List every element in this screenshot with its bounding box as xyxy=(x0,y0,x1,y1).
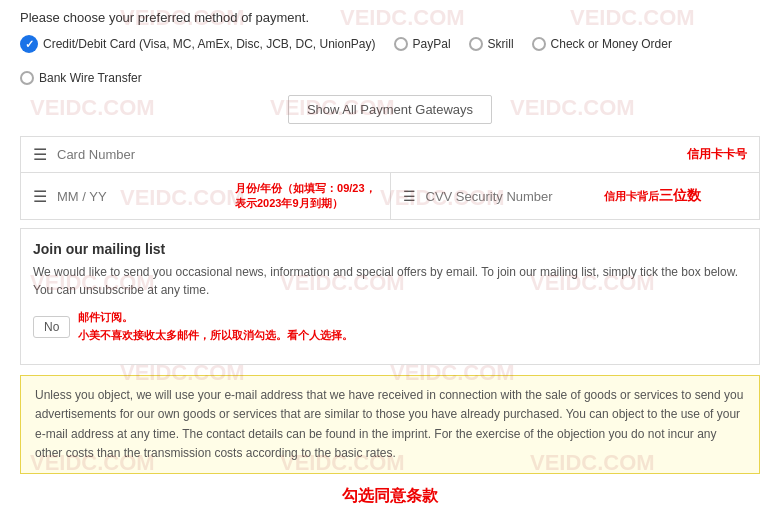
mailing-title: Join our mailing list xyxy=(33,241,747,257)
card-number-annotation: 信用卡卡号 xyxy=(687,146,747,163)
info-box: Unless you object, we will use your e-ma… xyxy=(20,375,760,474)
agree-section: 勾选同意条款 I have read and agree to the Term… xyxy=(20,486,760,512)
bank-wire-radio xyxy=(20,71,34,85)
payment-intro-text: Please choose your preferred method of p… xyxy=(20,10,760,25)
paypal-label: PayPal xyxy=(413,37,451,51)
expiry-annotation: 月份/年份（如填写：09/23， 表示2023年9月到期） xyxy=(235,181,376,211)
card-bottom-row: ☰ 月份/年份（如填写：09/23， 表示2023年9月到期） ☰ 信用卡背后三… xyxy=(21,173,759,219)
mailing-annotation: 邮件订阅。 小美不喜欢接收太多邮件，所以取消勾选。看个人选择。 xyxy=(78,309,353,344)
mailing-list-section: Join our mailing list We would like to s… xyxy=(20,228,760,365)
agree-title: 勾选同意条款 xyxy=(20,486,760,507)
card-number-input[interactable] xyxy=(57,147,677,162)
mailing-toggle-row: No 邮件订阅。 小美不喜欢接收太多邮件，所以取消勾选。看个人选择。 xyxy=(33,309,747,344)
card-icon: ☰ xyxy=(33,145,47,164)
payment-option-skrill[interactable]: Skrill xyxy=(469,37,514,51)
payment-option-bank-wire[interactable]: Bank Wire Transfer xyxy=(20,71,142,85)
card-fields-container: ☰ 信用卡卡号 ☰ 月份/年份（如填写：09/23， 表示2023年9月到期） … xyxy=(20,136,760,220)
payment-option-check-money[interactable]: Check or Money Order xyxy=(532,37,672,51)
card-cvv-section: ☰ 信用卡背后三位数 xyxy=(391,173,760,219)
card-number-row: ☰ 信用卡卡号 xyxy=(21,137,759,173)
payment-option-credit-card[interactable]: Credit/Debit Card (Visa, MC, AmEx, Disc,… xyxy=(20,35,376,53)
mailing-no-button[interactable]: No xyxy=(33,316,70,338)
paypal-radio xyxy=(394,37,408,51)
cvv-annotation: 信用卡背后三位数 xyxy=(604,187,701,205)
card-cvv-input[interactable] xyxy=(426,189,594,204)
credit-card-label: Credit/Debit Card (Visa, MC, AmEx, Disc,… xyxy=(43,37,376,51)
cvv-icon: ☰ xyxy=(403,188,416,204)
skrill-label: Skrill xyxy=(488,37,514,51)
calendar-icon: ☰ xyxy=(33,187,47,206)
check-money-label: Check or Money Order xyxy=(551,37,672,51)
payment-option-paypal[interactable]: PayPal xyxy=(394,37,451,51)
mailing-description: We would like to send you occasional new… xyxy=(33,263,747,299)
skrill-radio xyxy=(469,37,483,51)
show-gateways-button[interactable]: Show All Payment Gateways xyxy=(288,95,492,124)
card-expiry-section: ☰ 月份/年份（如填写：09/23， 表示2023年9月到期） xyxy=(21,173,391,219)
credit-card-selected-icon xyxy=(20,35,38,53)
payment-options: Credit/Debit Card (Visa, MC, AmEx, Disc,… xyxy=(20,35,760,85)
card-expiry-input[interactable] xyxy=(57,189,225,204)
bank-wire-label: Bank Wire Transfer xyxy=(39,71,142,85)
check-money-radio xyxy=(532,37,546,51)
